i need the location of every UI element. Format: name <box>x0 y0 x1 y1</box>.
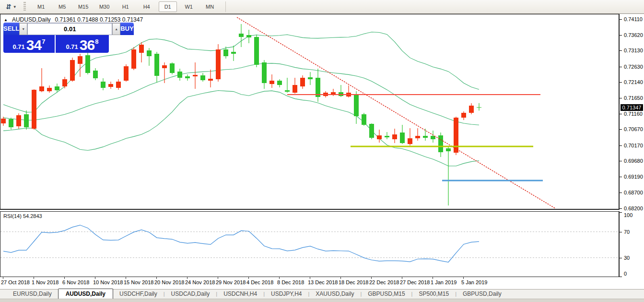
date-axis-tick <box>126 277 126 279</box>
candle-body <box>377 135 382 139</box>
rsi-axis-label: 0 <box>624 271 627 277</box>
chart-tab-usdcnh-h4[interactable]: USDCNH,H4 <box>217 290 263 299</box>
candle-body <box>185 76 190 78</box>
candle-body <box>32 90 36 129</box>
rsi-indicator-panel: RSI(14) 54.2843 <box>0 211 620 277</box>
one-click-trading-panel: SELL ▼ ▲ BUY 0.71 34 7 0.71 36 8 <box>3 23 109 53</box>
price-axis-label: 0.73620 <box>624 32 643 38</box>
chart-tab-usdchf-daily[interactable]: USDCHF,Daily <box>113 290 164 299</box>
window-bottom-edge <box>0 299 644 302</box>
chart-tab-xauusd-daily[interactable]: XAUUSD,Daily <box>309 290 360 299</box>
date-axis-tick <box>218 277 218 279</box>
candle-body <box>154 54 159 76</box>
timeframe-button-m1[interactable]: M1 <box>32 1 50 12</box>
timeframe-button-d1[interactable]: D1 <box>159 1 177 12</box>
candle-body <box>469 106 474 113</box>
rsi-axis-label: 100 <box>624 212 632 218</box>
candle-body <box>147 50 152 56</box>
timeframe-button-w1[interactable]: W1 <box>180 1 198 12</box>
chart-tab-gbpusd-daily[interactable]: GBPUSD,Daily <box>457 290 508 299</box>
rsi-axis-label: 70 <box>624 229 630 235</box>
chart-arrows-toolbar-button[interactable]: ⇵ ▼ <box>3 2 20 12</box>
lot-increase-button[interactable]: ▲ <box>112 23 120 35</box>
candle-body <box>446 148 451 151</box>
timeframe-button-h4[interactable]: H4 <box>138 1 156 12</box>
timeframe-button-h1[interactable]: H1 <box>117 1 135 12</box>
candle-body <box>362 114 366 125</box>
chart-tab-sp500-m15[interactable]: SP500,M15 <box>412 290 455 299</box>
timeframe-button-m30[interactable]: M30 <box>95 1 114 12</box>
date-axis-tick <box>279 277 280 279</box>
collapse-marker-icon[interactable]: ▲ <box>4 18 8 22</box>
candle-body <box>85 55 90 73</box>
candle-body <box>124 66 129 81</box>
chart-ohlc-values: 0.71361 0.71488 0.71253 0.71347 <box>55 16 143 23</box>
candle-body <box>354 95 359 116</box>
candle-body <box>454 118 458 153</box>
descending-trendline[interactable] <box>237 17 558 208</box>
rsi-axis-tick <box>620 212 622 213</box>
timeframe-button-m15[interactable]: M15 <box>74 1 93 12</box>
candle-body <box>231 52 236 54</box>
toolbar-grip-handle[interactable] <box>23 2 26 12</box>
date-axis-label: 6 Nov 2018 <box>62 279 89 285</box>
candle-body <box>223 49 228 56</box>
candle-body <box>285 90 290 92</box>
buy-button[interactable]: BUY <box>120 23 133 35</box>
date-axis-tick <box>371 277 372 279</box>
price-axis-tick <box>620 129 622 130</box>
date-axis-tick <box>3 277 3 279</box>
date-axis-tick <box>310 277 310 279</box>
date-axis-tick <box>433 277 433 279</box>
bollinger-lower-band <box>3 91 479 166</box>
sell-button[interactable]: SELL <box>3 23 19 35</box>
date-axis-label: 22 Dec 2018 <box>369 279 399 285</box>
chart-tab-audusd-daily[interactable]: AUDUSD,Daily <box>58 289 113 299</box>
candle-body <box>47 88 52 91</box>
rsi-indicator-label: RSI(14) 54.2843 <box>3 213 42 219</box>
lot-size-input[interactable] <box>27 23 112 35</box>
candle-body <box>108 84 113 87</box>
chart-tab-eurusd-daily[interactable]: EURUSD,Daily <box>7 290 58 299</box>
sell-price-tile[interactable]: 0.71 34 7 <box>3 35 55 53</box>
sell-price-big: 34 <box>26 38 41 51</box>
date-axis-label: 27 Oct 2018 <box>1 279 30 285</box>
date-axis-label: 5 Jan 2019 <box>461 279 487 285</box>
timeframe-button-m5[interactable]: M5 <box>53 1 71 12</box>
price-axis[interactable]: 0.741100.736200.731300.726300.721400.716… <box>620 14 644 289</box>
price-axis-tick <box>620 177 622 177</box>
date-axis[interactable]: 27 Oct 20181 Nov 20186 Nov 201810 Nov 20… <box>0 277 620 289</box>
candle-body <box>208 79 213 81</box>
chart-tab-usdcad-daily[interactable]: USDCAD,Daily <box>165 290 216 299</box>
rsi-axis-tick <box>620 258 622 258</box>
price-axis-label: 0.71160 <box>624 111 643 117</box>
chart-tab-gbpusd-m15[interactable]: GBPUSD,M15 <box>362 290 411 299</box>
date-axis-label: 13 Dec 2018 <box>308 279 338 285</box>
candle-body <box>131 49 136 69</box>
buy-price-tile[interactable]: 0.71 36 8 <box>56 35 109 53</box>
date-axis-label: 10 Nov 2018 <box>93 279 123 285</box>
buy-price-big: 36 <box>80 38 94 51</box>
candle-body <box>16 115 21 126</box>
candle-body <box>200 75 205 80</box>
price-axis-tick <box>620 19 622 20</box>
chart-tab-usdjpy-h4[interactable]: USDJPY,H4 <box>265 290 308 299</box>
main-chart-panel: ▲ AUDUSD,Daily 0.71361 0.71488 0.71253 0… <box>0 14 620 210</box>
dropdown-caret-icon[interactable]: ▼ <box>13 5 17 9</box>
candle-body <box>438 135 443 152</box>
candle-body <box>162 65 167 68</box>
date-axis-label: 27 Dec 2018 <box>400 279 430 285</box>
date-axis-label: 8 Dec 2018 <box>277 279 304 285</box>
lot-decrease-button[interactable]: ▼ <box>19 23 27 35</box>
date-axis-label: 1 Nov 2018 <box>32 279 59 285</box>
date-axis-label: 1 Jan 2019 <box>431 279 457 285</box>
timeframe-button-mn[interactable]: MN <box>201 1 219 12</box>
price-axis-tick <box>620 82 622 83</box>
price-axis-label: 0.71650 <box>624 95 643 101</box>
price-axis-label: 0.70170 <box>624 143 643 148</box>
price-axis-label: 0.68700 <box>624 190 643 195</box>
candle-body <box>170 63 175 73</box>
price-axis-tick <box>620 98 622 98</box>
candle-body <box>239 34 244 37</box>
candle-body <box>300 78 305 86</box>
